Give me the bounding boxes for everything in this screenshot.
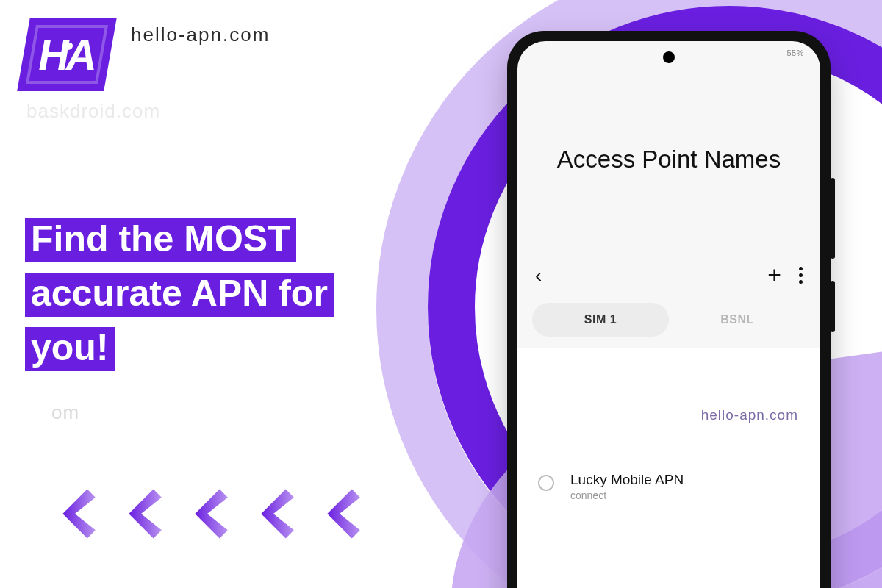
volume-button — [831, 178, 835, 259]
power-button — [831, 281, 835, 332]
back-button[interactable]: ‹ — [535, 264, 542, 287]
phone-screen: 55% Access Point Names ‹ + SIM 1 BSNL he… — [517, 41, 820, 588]
logo-text: HA — [35, 30, 99, 79]
chevron-left-icon — [115, 485, 168, 542]
apn-row[interactable]: Lucky Mobile APN connect — [538, 472, 800, 501]
apn-list: hello-apn.com Lucky Mobile APN connect — [517, 348, 820, 588]
apn-text: Lucky Mobile APN connect — [570, 472, 684, 501]
chevron-left-icon — [247, 485, 300, 542]
chevron-left-icon — [313, 485, 366, 542]
headline: Find the MOST accurate APN for you! — [25, 212, 407, 375]
headline-text: Find the MOST accurate APN for you! — [25, 218, 334, 371]
chevron-left-icon — [181, 485, 234, 542]
status-right: 55% — [786, 49, 804, 57]
tab-sim2[interactable]: BSNL — [669, 303, 806, 337]
watermark-phone: hello-apn.com — [701, 407, 798, 423]
divider — [538, 453, 800, 453]
radio-unchecked-icon[interactable] — [538, 475, 554, 491]
chevron-row — [49, 485, 366, 542]
site-url: hello-apn.com — [131, 24, 270, 46]
apn-name: Lucky Mobile APN — [570, 472, 684, 488]
divider — [538, 528, 800, 528]
phone-mockup: 55% Access Point Names ‹ + SIM 1 BSNL he… — [507, 31, 831, 588]
site-logo: HA — [17, 18, 117, 91]
add-apn-button[interactable]: + — [767, 262, 781, 289]
sim-tabs: SIM 1 BSNL — [532, 303, 806, 337]
page-title: Access Point Names — [517, 146, 820, 173]
watermark-mid: om — [51, 401, 79, 424]
camera-cutout — [663, 51, 675, 63]
apn-subtext: connect — [570, 490, 684, 501]
toolbar: ‹ + — [535, 262, 803, 289]
header: HA hello-apn.com — [24, 18, 270, 91]
chevron-left-icon — [49, 485, 101, 542]
more-options-button[interactable] — [799, 267, 803, 284]
watermark-top: baskdroid.com — [26, 100, 160, 123]
tab-sim1[interactable]: SIM 1 — [532, 303, 669, 337]
